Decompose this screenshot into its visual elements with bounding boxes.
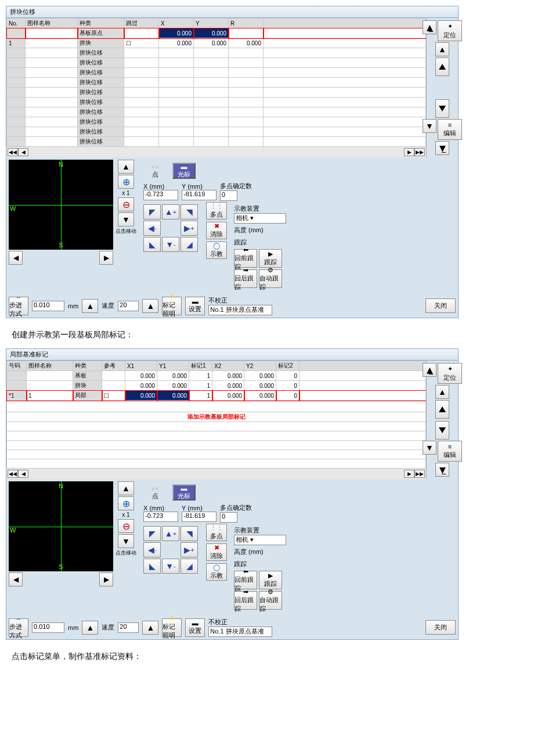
clear-button[interactable]: ✖清除 — [206, 543, 227, 561]
jog-e-icon[interactable]: ▶+ — [181, 542, 198, 557]
panel2-table[interactable]: 号码 图样名称 种类 参考 X1 Y1 标记1 X2 Y2 标记2 基板0.00… — [6, 361, 426, 469]
step-up-icon[interactable]: ▲ — [82, 621, 98, 635]
page-up-icon[interactable] — [435, 57, 449, 76]
device-select[interactable]: 相机 ▾ — [234, 535, 286, 545]
teach-button[interactable]: ◯示教 — [206, 242, 227, 259]
scroll-down-icon[interactable]: ▼ — [423, 119, 436, 133]
camera-preview[interactable]: N W S — [9, 481, 113, 571]
move-down-icon[interactable]: ▼ — [118, 534, 134, 548]
scroll-bottom-icon[interactable]: ▼̲ — [435, 141, 449, 155]
y-input[interactable]: -81.619 — [182, 512, 217, 522]
auto-track-button[interactable]: ⚙自动跟踪 — [259, 591, 282, 610]
zoom-in-icon[interactable]: ⊕ — [118, 175, 134, 189]
step-mode-button[interactable]: ↔步进方式 — [9, 618, 28, 637]
scroll-up-icon[interactable]: ▲ — [435, 42, 449, 56]
scroll-bottom-icon[interactable]: ▼̲ — [435, 463, 449, 477]
auto-track-button[interactable]: ⚙自动跟踪 — [259, 269, 282, 288]
multipoint-input[interactable]: 0 — [220, 512, 237, 523]
multipoint-button[interactable]: ⋮⋮多点 — [206, 202, 227, 219]
zoom-in-icon[interactable]: ⊕ — [118, 496, 134, 510]
camera-preview[interactable]: N W S — [9, 160, 113, 250]
table-row[interactable]: 拼块位移 — [7, 107, 426, 117]
mark-light-button[interactable]: ☀标记照明 — [162, 297, 182, 315]
jog-e-icon[interactable]: ▶+ — [181, 221, 198, 236]
hscroll2[interactable]: ◀◀ ◀ ▶ ▶▶ — [6, 469, 426, 479]
table-row[interactable]: 基板原点0.0000.000 — [7, 28, 426, 38]
jog-w-icon[interactable]: ◀- — [143, 221, 161, 236]
table-row[interactable]: 基板0.0000.00010.0000.0000 — [7, 371, 426, 381]
track-prev-button[interactable]: ⬅回前跟踪 — [234, 571, 257, 589]
settings-button[interactable]: ▬设置 — [185, 297, 205, 315]
table-row[interactable]: 拼块位移 — [7, 117, 426, 127]
scroll-last-icon[interactable]: ▶▶ — [414, 470, 425, 478]
edit-button[interactable]: ≡编辑 — [438, 441, 462, 462]
track-next-button[interactable]: ➡回后跟踪 — [234, 591, 257, 610]
x-input[interactable]: -0.723 — [143, 190, 178, 200]
jog-n-icon[interactable]: ▲+ — [162, 526, 179, 541]
teach-button[interactable]: ◯示教 — [206, 563, 227, 581]
table-row[interactable]: *11局部☐0.0000.00010.0000.0000 — [7, 391, 426, 401]
table-row[interactable]: 拼块位移 — [7, 127, 426, 137]
y-input[interactable]: -81.619 — [182, 190, 217, 200]
table-row[interactable]: 1拼块☐0.0000.0000.000 — [7, 38, 426, 48]
cursor-button[interactable]: ▬光标 — [172, 484, 196, 501]
table-row[interactable]: 拼块位移 — [7, 78, 426, 88]
jog-se-icon[interactable]: ◢ — [181, 237, 198, 252]
track-prev-button[interactable]: ⬅回前跟踪 — [234, 249, 257, 268]
move-up-icon[interactable]: ▲ — [118, 481, 134, 495]
locate-button[interactable]: ✦定位 — [438, 363, 462, 384]
locate-button[interactable]: ✦定位 — [438, 20, 462, 41]
track-next-button[interactable]: ➡回后跟踪 — [234, 269, 257, 288]
device-select[interactable]: 相机 ▾ — [234, 213, 286, 224]
table-row[interactable]: 拼块0.0000.00010.0000.0000 — [7, 381, 426, 391]
table-row[interactable]: 拼块位移 — [7, 68, 426, 78]
close-button[interactable]: 关闭 — [425, 620, 456, 635]
scroll-up-icon[interactable]: ▲ — [435, 385, 449, 399]
track-button[interactable]: ▶跟踪 — [259, 249, 282, 268]
table-row[interactable]: 拼块位移 — [7, 137, 426, 147]
prev-right-icon[interactable]: ▶ — [99, 251, 113, 265]
jog-nw-icon[interactable]: ◤ — [143, 204, 161, 219]
scroll-first-icon[interactable]: ◀◀ — [8, 148, 18, 156]
mark-light-button[interactable]: ☀标记照明 — [162, 618, 182, 637]
jog-n-icon[interactable]: ▲+ — [162, 204, 179, 219]
point-button[interactable]: ●●点 — [143, 484, 167, 501]
scroll-next-icon[interactable]: ▶ — [404, 148, 414, 156]
speed-input[interactable]: 20 — [118, 301, 139, 311]
x-input[interactable]: -0.723 — [143, 512, 178, 522]
jog-sw-icon[interactable]: ◣ — [143, 559, 161, 574]
table-row[interactable]: 拼块位移 — [7, 58, 426, 68]
speed-up-icon[interactable]: ▲ — [142, 621, 158, 635]
step-up-icon[interactable]: ▲ — [82, 299, 98, 313]
table-row[interactable]: 拼块位移 — [7, 88, 426, 98]
prev-right-icon[interactable]: ▶ — [99, 573, 113, 586]
step-value-input[interactable]: 0.010 — [32, 301, 64, 311]
page-down-icon[interactable] — [435, 99, 449, 118]
speed-up-icon[interactable]: ▲ — [142, 299, 158, 313]
jog-s-icon[interactable]: ▼- — [162, 559, 179, 574]
step-mode-button[interactable]: ↔步进方式 — [9, 297, 28, 315]
jog-nw-icon[interactable]: ◤ — [143, 526, 161, 541]
jog-s-icon[interactable]: ▼- — [162, 237, 179, 252]
step-value-input[interactable]: 0.010 — [32, 622, 64, 633]
jog-ne-icon[interactable]: ◥ — [181, 204, 198, 219]
page-down-icon[interactable] — [435, 421, 449, 440]
scroll-first-icon[interactable]: ◀◀ — [8, 470, 18, 478]
jog-ne-icon[interactable]: ◥ — [181, 526, 198, 541]
page-up-icon[interactable] — [435, 400, 449, 419]
panel1-table[interactable]: No. 图样名称 种类 跳过 X Y R 基板原点0.0000.0001拼块☐0… — [6, 18, 426, 147]
scroll-down-icon[interactable]: ▼ — [423, 441, 436, 455]
scroll-next-icon[interactable]: ▶ — [404, 470, 414, 478]
scroll-prev-icon[interactable]: ◀ — [18, 148, 28, 156]
scroll-top-icon[interactable]: ▲̲ — [423, 20, 436, 34]
close-button[interactable]: 关闭 — [425, 298, 456, 313]
prev-left-icon[interactable]: ◀ — [9, 251, 23, 265]
zoom-out-icon[interactable]: ⊖ — [118, 197, 134, 211]
table-row[interactable]: 拼块位移 — [7, 98, 426, 107]
hscroll[interactable]: ◀◀ ◀ ▶ ▶▶ — [6, 147, 426, 157]
speed-input[interactable]: 20 — [118, 622, 139, 633]
track-button[interactable]: ▶跟踪 — [259, 571, 282, 589]
edit-button[interactable]: ≡编辑 — [438, 119, 462, 140]
jog-w-icon[interactable]: ◀- — [143, 542, 161, 557]
settings-button[interactable]: ▬设置 — [185, 618, 205, 637]
